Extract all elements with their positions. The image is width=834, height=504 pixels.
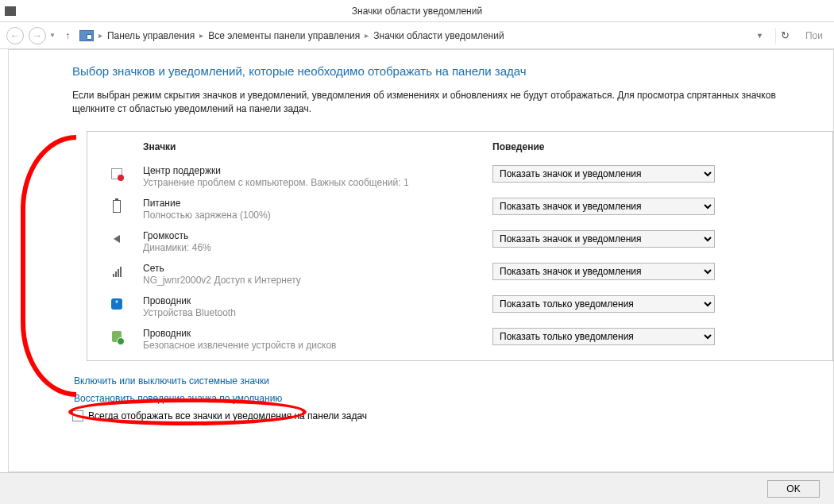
item-title: Сеть <box>143 263 492 274</box>
item-subtitle: Динамики: 46% <box>143 242 492 253</box>
link-system-icons[interactable]: Включить или выключить системные значки <box>74 375 833 387</box>
location-monitor-icon <box>79 30 94 41</box>
table-row: *ПроводникУстройства BluetoothПоказать з… <box>98 290 821 323</box>
breadcrumb: Панель управления ▸ Все элементы панели … <box>107 30 504 41</box>
refresh-button[interactable]: ↻ <box>775 28 794 44</box>
titlebar: Значки области уведомлений <box>0 0 834 22</box>
window-title: Значки области уведомлений <box>352 6 482 17</box>
breadcrumb-item[interactable]: Панель управления <box>107 30 195 41</box>
table-row: ПроводникБезопасное извлечение устройств… <box>98 323 821 356</box>
back-button[interactable]: ← <box>6 27 24 44</box>
always-show-checkbox[interactable] <box>72 410 83 421</box>
col-header-icons: Значки <box>143 141 492 152</box>
always-show-label: Всегда отображать все значки и уведомлен… <box>88 410 367 421</box>
item-title: Проводник <box>143 328 492 339</box>
network-icon <box>110 264 124 279</box>
action-center-icon <box>110 167 124 181</box>
search-input[interactable]: Пои <box>802 30 823 41</box>
chevron-right-icon: ▸ <box>199 31 203 40</box>
links-block: Включить или выключить системные значки … <box>74 375 833 404</box>
page-heading: Выбор значков и уведомлений, которые нео… <box>72 64 833 78</box>
history-dropdown-icon[interactable]: ▼ <box>49 32 56 39</box>
footer: OK <box>0 472 834 504</box>
chevron-right-icon: ▸ <box>365 31 369 40</box>
item-subtitle: Безопасное извлечение устройств и дисков <box>143 340 492 351</box>
item-subtitle: Полностью заряжена (100%) <box>143 210 492 221</box>
item-subtitle: Устранение проблем с компьютером. Важных… <box>143 177 492 188</box>
behavior-select[interactable]: Показать значок и уведомленияСкрыть знач… <box>492 230 715 248</box>
nav-row: ← → ▼ ↑ ▸ Панель управления ▸ Все элемен… <box>0 22 834 49</box>
table-row: Центр поддержкиУстранение проблем с комп… <box>98 160 821 193</box>
behavior-select[interactable]: Показать значок и уведомленияСкрыть знач… <box>492 328 715 345</box>
behavior-select[interactable]: Показать значок и уведомленияСкрыть знач… <box>492 165 715 183</box>
table-row: ГромкостьДинамики: 46%Показать значок и … <box>98 225 821 258</box>
behavior-select[interactable]: Показать значок и уведомленияСкрыть знач… <box>492 263 715 280</box>
chevron-right-icon: ▸ <box>98 31 102 40</box>
item-subtitle: Устройства Bluetooth <box>143 307 492 318</box>
monitor-icon <box>5 6 16 16</box>
table-row: ПитаниеПолностью заряжена (100%)Показать… <box>98 193 821 225</box>
item-title: Центр поддержки <box>143 165 492 176</box>
table-row: СетьNG_jwnr2000v2 Доступ к ИнтернетуПока… <box>98 258 821 290</box>
col-header-behavior: Поведение <box>492 141 821 152</box>
link-restore-default[interactable]: Восстановить поведение значка по умолчан… <box>74 393 833 404</box>
address-dropdown-icon[interactable]: ▼ <box>756 32 767 40</box>
battery-icon <box>110 199 124 214</box>
icons-table: Значки Поведение Центр поддержкиУстранен… <box>87 131 833 361</box>
item-title: Проводник <box>143 295 492 306</box>
item-subtitle: NG_jwnr2000v2 Доступ к Интернету <box>143 275 492 286</box>
forward-button[interactable]: → <box>29 27 46 44</box>
up-button[interactable]: ↑ <box>60 29 75 43</box>
safe-remove-icon <box>110 329 124 344</box>
content-pane: Выбор значков и уведомлений, которые нео… <box>8 49 834 472</box>
bluetooth-icon: * <box>110 297 124 311</box>
behavior-select[interactable]: Показать значок и уведомленияСкрыть знач… <box>492 295 715 313</box>
behavior-select[interactable]: Показать значок и уведомленияСкрыть знач… <box>492 198 715 215</box>
breadcrumb-item[interactable]: Значки области уведомлений <box>373 30 504 41</box>
item-title: Громкость <box>143 230 492 241</box>
volume-icon <box>110 232 124 246</box>
breadcrumb-item[interactable]: Все элементы панели управления <box>208 30 360 41</box>
ok-button[interactable]: OK <box>767 480 820 498</box>
page-description: Если выбран режим скрытия значков и увед… <box>72 89 819 117</box>
always-show-row[interactable]: Всегда отображать все значки и уведомлен… <box>72 410 833 421</box>
item-title: Питание <box>143 198 492 209</box>
